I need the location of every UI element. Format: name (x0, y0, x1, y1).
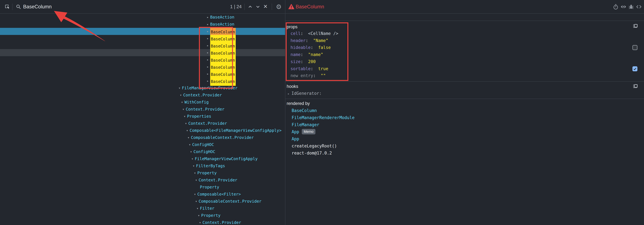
prop-row[interactable]: size: 200 (290, 58, 316, 65)
hideable-checkbox[interactable] (632, 45, 638, 50)
hook-item[interactable]: ▸IdGenerator: (288, 90, 322, 97)
expand-caret-icon[interactable]: ▸ (206, 77, 210, 85)
collapse-caret-icon[interactable]: ▾ (188, 141, 192, 148)
collapse-caret-icon[interactable]: ▾ (185, 127, 189, 134)
tree-row[interactable]: ▸BaseColumn (0, 63, 285, 70)
tree-row-label[interactable]: Context.Provider (202, 219, 241, 225)
collapse-caret-icon[interactable]: ▾ (192, 162, 196, 169)
tree-row[interactable]: ▾Context.Provider (0, 120, 285, 127)
tree-row[interactable]: ▾ConfigHOC (0, 148, 285, 155)
collapse-caret-icon[interactable]: ▾ (194, 176, 198, 184)
collapse-caret-icon[interactable]: ▾ (186, 134, 190, 141)
expand-caret-icon[interactable]: ▸ (206, 21, 210, 28)
tree-row[interactable]: ▾FilterByTags (0, 162, 285, 169)
expand-caret-icon[interactable]: ▸ (206, 56, 210, 63)
tree-row-label[interactable]: FileManagerViewConfigApply (195, 155, 258, 162)
tree-row[interactable]: ▾FileManagerViewProvider (0, 85, 285, 92)
collapse-caret-icon[interactable]: ▾ (194, 198, 198, 205)
tree-row[interactable]: ▾Filter (0, 205, 285, 212)
tree-row[interactable]: Property (0, 184, 285, 191)
prop-value[interactable]: 200 (308, 59, 316, 64)
expand-caret-icon[interactable]: ▸ (206, 14, 210, 21)
tree-row[interactable]: ▸BaseColumn (0, 49, 285, 56)
tree-row-label[interactable]: ComposableContext.Provider (191, 134, 254, 141)
collapse-caret-icon[interactable]: ▾ (193, 191, 197, 198)
prop-row[interactable]: name: "name" (290, 51, 323, 58)
tree-row-label[interactable]: FilterByTags (196, 162, 225, 169)
rendered-by-name[interactable]: FileManagerRendererModule (292, 115, 354, 120)
suspend-timer-icon[interactable] (613, 4, 619, 10)
collapse-caret-icon[interactable]: ▾ (179, 92, 183, 99)
collapse-caret-icon[interactable]: ▾ (180, 99, 184, 106)
expand-caret-icon[interactable]: ▸ (206, 49, 210, 56)
tree-row[interactable]: ▾Composable<FileManagerViewConfigApply> (0, 127, 285, 134)
tree-row-label[interactable]: BaseAction (210, 14, 234, 21)
expand-caret-icon[interactable]: ▸ (206, 70, 210, 77)
collapse-caret-icon[interactable]: ▾ (184, 120, 188, 127)
rendered-by-item[interactable]: createLegacyRoot() (292, 142, 337, 149)
expand-caret-icon[interactable]: ▸ (206, 35, 210, 42)
log-bug-icon[interactable] (628, 4, 634, 10)
tree-row[interactable]: ▸BaseColumn (0, 77, 285, 85)
tree-row-label[interactable]: Context.Provider (186, 106, 224, 113)
tree-row-label[interactable]: Property (200, 184, 219, 191)
collapse-caret-icon[interactable]: ▾ (181, 106, 186, 113)
tree-row-label[interactable]: Composable<FileManagerViewConfigApply> (190, 127, 282, 134)
tree-row[interactable]: ▾Context.Provider (0, 92, 285, 99)
collapse-caret-icon[interactable]: ▾ (197, 212, 201, 219)
tree-row[interactable]: ▸BaseAction (0, 21, 285, 28)
view-source-icon[interactable] (636, 4, 642, 10)
rendered-by-item[interactable]: FileManagerRendererModule (292, 114, 354, 121)
collapse-caret-icon[interactable]: ▾ (182, 113, 187, 120)
tree-row-label[interactable]: Composable<Filter> (197, 191, 241, 198)
expand-caret-icon[interactable]: ▸ (206, 28, 210, 35)
inspect-dom-eye-icon[interactable] (620, 4, 626, 10)
expand-caret-icon[interactable]: ▸ (288, 92, 290, 96)
prop-value[interactable]: "" (321, 73, 326, 78)
tree-row-label[interactable]: Context.Provider (188, 120, 227, 127)
sortable-checkbox[interactable] (632, 66, 638, 71)
collapse-caret-icon[interactable]: ▾ (198, 219, 202, 225)
tree-row[interactable]: ▾Context.Provider (0, 106, 285, 113)
collapse-caret-icon[interactable]: ▾ (178, 85, 182, 92)
tree-row-label[interactable]: Context.Provider (198, 176, 237, 184)
prop-value[interactable]: "name" (308, 52, 323, 57)
tree-row-label[interactable]: WithConfig (184, 99, 209, 106)
rendered-by-item[interactable]: App (292, 135, 299, 142)
tree-row-label[interactable]: Property (197, 169, 216, 176)
copy-props-icon[interactable] (633, 24, 638, 29)
expand-caret-icon[interactable]: ▸ (206, 42, 210, 49)
tree-row[interactable]: ▾Property (0, 169, 285, 176)
rendered-by-item[interactable]: AppMemo (292, 128, 316, 135)
tree-row-label[interactable]: Context.Provider (183, 92, 222, 99)
rendered-by-name[interactable]: BaseColumn (292, 108, 317, 113)
next-result-icon[interactable] (255, 4, 261, 10)
tree-row-label[interactable]: Property (201, 212, 220, 219)
tree-row[interactable]: ▾ConfigHOC (0, 141, 285, 148)
prop-row[interactable]: header: "Name" (290, 37, 328, 44)
collapse-caret-icon[interactable]: ▾ (189, 148, 193, 155)
tree-row[interactable]: ▸BaseColumn (0, 70, 285, 77)
tree-row[interactable]: ▾FileManagerViewConfigApply (0, 155, 285, 162)
prop-value[interactable]: "Name" (313, 38, 328, 43)
tree-row[interactable]: ▸BaseColumn (0, 56, 285, 63)
tree-row[interactable]: ▾ComposableContext.Provider (0, 134, 285, 141)
prop-row[interactable]: sortable: true (290, 65, 328, 72)
tree-row[interactable]: ▾Context.Provider (0, 176, 285, 184)
inspect-element-icon[interactable] (4, 4, 10, 10)
rendered-by-name[interactable]: createLegacyRoot() (292, 144, 337, 148)
rendered-by-item[interactable]: react-dom@17.0.2 (292, 149, 332, 157)
tree-row-label[interactable]: ConfigHOC (192, 141, 214, 148)
collapse-caret-icon[interactable]: ▾ (193, 169, 197, 176)
tree-row[interactable]: ▸BaseAction (0, 14, 285, 21)
prop-row[interactable]: new entry: "" (290, 72, 326, 79)
collapse-caret-icon[interactable]: ▾ (190, 155, 194, 162)
rendered-by-name[interactable]: react-dom@17.0.2 (292, 151, 332, 155)
tree-row[interactable]: ▸BaseColumn (0, 42, 285, 49)
rendered-by-name[interactable]: App (292, 129, 299, 134)
tree-row[interactable]: ▾Composable<Filter> (0, 191, 285, 198)
rendered-by-name[interactable]: App (292, 136, 299, 141)
tree-row[interactable]: ▾Properties (0, 113, 285, 120)
tree-row-label[interactable]: ComposableContext.Provider (198, 198, 262, 205)
tree-row-label[interactable]: Filter (200, 205, 214, 212)
